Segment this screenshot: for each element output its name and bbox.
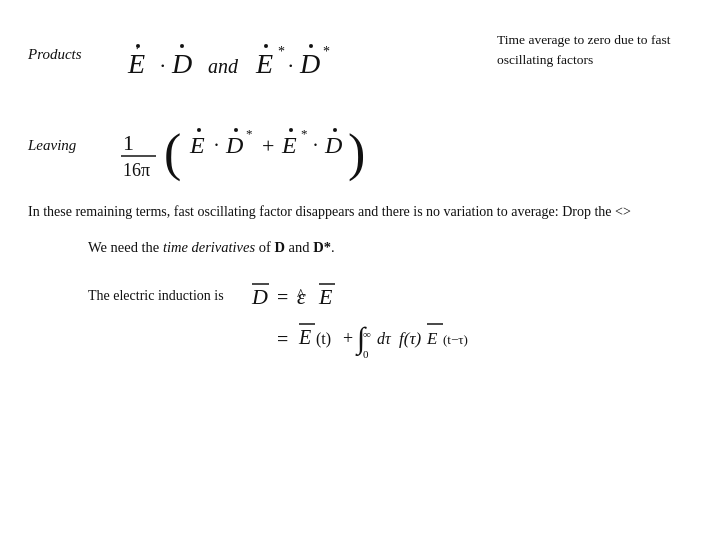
we-need-period: .: [331, 239, 335, 255]
svg-text:=: =: [277, 286, 288, 308]
products-row: Products E · · D and E *: [28, 28, 692, 98]
we-need-text3: and: [285, 239, 313, 255]
time-average-note: Time average to zero due to fast oscilla…: [497, 28, 692, 69]
svg-text:·: ·: [160, 53, 166, 78]
svg-point-2: [136, 44, 140, 48]
products-math-svg: E · · D and E * · D: [118, 28, 428, 98]
products-math: E · · D and E * · D: [108, 28, 497, 98]
svg-text:D: D: [299, 48, 320, 79]
svg-text:E: E: [281, 132, 297, 158]
svg-text:(t−τ): (t−τ): [443, 332, 468, 347]
we-need-bold2: D*: [313, 239, 331, 255]
svg-point-8: [264, 44, 268, 48]
svg-text:E: E: [298, 326, 311, 348]
leaving-row: Leaving 1 16π ( E · D * +: [28, 108, 692, 183]
svg-point-12: [309, 44, 313, 48]
svg-text:·: ·: [214, 134, 219, 156]
svg-text:16π: 16π: [123, 160, 150, 180]
we-need-text1: We need the: [88, 239, 163, 255]
svg-text:*: *: [301, 126, 308, 141]
we-need-row: We need the time derivatives of D and D*…: [88, 239, 692, 256]
we-need-text2: of: [255, 239, 274, 255]
svg-text:*: *: [278, 44, 285, 59]
leaving-math: 1 16π ( E · D * + E *: [108, 108, 692, 183]
leaving-math-svg: 1 16π ( E · D * + E *: [118, 108, 458, 183]
products-label: Products: [28, 28, 108, 63]
svg-text:E: E: [426, 329, 438, 348]
body-text: In these remaining terms, fast oscillati…: [28, 201, 692, 223]
svg-point-22: [234, 128, 238, 132]
leaving-label: Leaving: [28, 137, 108, 154]
svg-text:ε: ε: [297, 284, 306, 309]
svg-text:=: =: [277, 328, 288, 350]
electric-induction-label: The electric induction is: [88, 276, 243, 304]
svg-text:D: D: [324, 132, 342, 158]
electric-row: The electric induction is D = ^ ε E = E …: [88, 276, 692, 386]
svg-point-26: [289, 128, 293, 132]
svg-text:+: +: [343, 328, 353, 348]
electric-math-svg: D = ^ ε E = E (t) + ∫ ∞ 0 dτ f(τ): [247, 276, 487, 386]
svg-point-30: [333, 128, 337, 132]
svg-point-19: [197, 128, 201, 132]
svg-text:*: *: [246, 126, 253, 141]
svg-text:and: and: [208, 55, 239, 77]
svg-text:D: D: [251, 284, 268, 309]
svg-text:f(τ): f(τ): [399, 329, 421, 348]
svg-text:·: ·: [313, 134, 318, 156]
svg-text:0: 0: [363, 348, 369, 360]
svg-text:(: (: [164, 124, 181, 182]
svg-point-5: [180, 44, 184, 48]
page: Products E · · D and E *: [0, 0, 720, 540]
svg-text:*: *: [323, 44, 330, 59]
svg-text:·: ·: [288, 53, 294, 78]
we-need-italic: time derivatives: [163, 239, 255, 255]
svg-text:D: D: [171, 48, 192, 79]
svg-text:dτ: dτ: [377, 330, 392, 347]
svg-text:E: E: [255, 48, 273, 79]
svg-text:E: E: [318, 284, 333, 309]
svg-text:∞: ∞: [363, 328, 371, 340]
we-need-bold1: D: [274, 239, 284, 255]
svg-text:(t): (t): [316, 330, 331, 348]
svg-text:E: E: [189, 132, 205, 158]
svg-text:+: +: [262, 133, 274, 158]
svg-text:): ): [348, 124, 365, 182]
svg-text:D: D: [225, 132, 243, 158]
svg-text:1: 1: [123, 130, 134, 155]
